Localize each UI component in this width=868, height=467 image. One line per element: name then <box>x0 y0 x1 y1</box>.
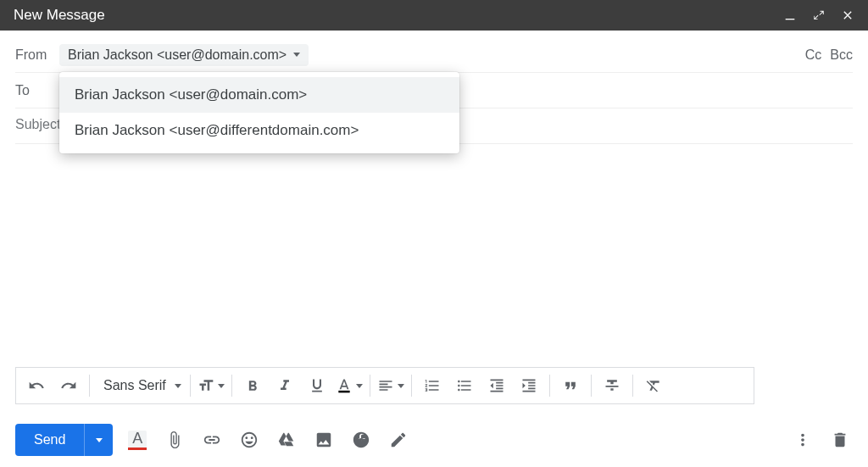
chevron-down-icon <box>356 384 363 388</box>
indent-less-button[interactable] <box>481 368 512 403</box>
send-button[interactable]: Send <box>15 424 84 456</box>
toolbar-separator <box>549 375 550 396</box>
font-size-button[interactable] <box>196 368 226 403</box>
window-titlebar: New Message <box>0 0 868 31</box>
lock-clock-icon <box>352 431 370 449</box>
strikethrough-button[interactable] <box>597 368 627 403</box>
from-selector[interactable]: Brian Jackson <user@domain.com> <box>59 44 309 66</box>
send-button-group: Send <box>15 424 113 456</box>
close-button[interactable] <box>841 8 854 22</box>
toolbar-separator <box>632 375 633 396</box>
toolbar-separator <box>231 375 232 396</box>
to-label: To <box>15 83 59 98</box>
compose-bottombar: Send A <box>0 413 868 467</box>
window-title: New Message <box>14 7 105 24</box>
more-options-button[interactable] <box>790 427 815 453</box>
insert-photo-button[interactable] <box>311 427 337 453</box>
underline-icon <box>309 377 326 394</box>
font-family-label: Sans Serif <box>98 378 171 393</box>
font-family-selector[interactable]: Sans Serif <box>95 368 185 403</box>
align-left-icon <box>377 377 394 394</box>
insert-link-button[interactable] <box>199 427 225 453</box>
link-icon <box>203 431 221 449</box>
paperclip-icon <box>165 431 184 449</box>
confidential-mode-button[interactable] <box>348 427 374 453</box>
italic-button[interactable] <box>270 368 300 403</box>
formatting-options-button[interactable]: A <box>125 427 150 453</box>
underline-button[interactable] <box>302 368 332 403</box>
indent-more-icon <box>520 377 537 394</box>
redo-button[interactable] <box>53 368 84 403</box>
pen-icon <box>389 431 408 449</box>
minimize-button[interactable] <box>783 8 797 22</box>
insert-signature-button[interactable] <box>386 427 411 453</box>
clear-formatting-icon <box>645 377 662 394</box>
from-row: From Brian Jackson <user@domain.com> Cc … <box>15 37 853 73</box>
text-color-icon <box>336 377 353 394</box>
from-option[interactable]: Brian Jackson <user@differentdomain.com> <box>59 113 459 148</box>
toolbar-separator <box>89 375 90 396</box>
toolbar-separator <box>370 375 370 396</box>
toolbar-separator <box>591 375 592 396</box>
from-label: From <box>15 47 59 63</box>
font-size-icon <box>198 377 214 394</box>
align-button[interactable] <box>376 368 406 403</box>
clear-formatting-button[interactable] <box>638 368 669 403</box>
numbered-list-button[interactable] <box>417 368 448 403</box>
chevron-down-icon <box>293 53 300 57</box>
format-toolbar: Sans Serif <box>15 367 754 404</box>
popout-button[interactable] <box>812 8 826 22</box>
minimize-icon <box>783 8 797 22</box>
chevron-down-icon <box>96 438 103 442</box>
bulleted-list-button[interactable] <box>449 368 480 403</box>
bold-icon <box>244 377 261 394</box>
chevron-down-icon <box>175 384 181 388</box>
discard-draft-button[interactable] <box>827 427 853 453</box>
drive-icon <box>277 431 296 449</box>
formatting-icon: A <box>128 431 147 450</box>
svg-rect-1 <box>338 391 349 393</box>
chevron-down-icon <box>398 384 404 388</box>
undo-button[interactable] <box>21 368 52 403</box>
redo-icon <box>60 377 77 394</box>
close-icon <box>841 8 854 22</box>
strikethrough-icon <box>604 377 620 394</box>
from-dropdown: Brian Jackson <user@domain.com> Brian Ja… <box>59 72 459 153</box>
indent-less-icon <box>488 377 505 394</box>
trash-icon <box>831 431 849 449</box>
more-vert-icon <box>793 431 812 449</box>
bold-button[interactable] <box>237 368 268 403</box>
quote-icon <box>562 377 579 394</box>
numbered-list-icon <box>424 377 441 394</box>
popout-icon <box>812 8 826 22</box>
chevron-down-icon <box>218 384 225 388</box>
bulleted-list-icon <box>456 377 473 394</box>
image-icon <box>314 431 333 449</box>
insert-emoji-button[interactable] <box>236 427 262 453</box>
cc-button[interactable]: Cc <box>805 47 822 63</box>
toolbar-separator <box>411 375 412 396</box>
quote-button[interactable] <box>555 368 586 403</box>
send-more-button[interactable] <box>84 424 113 456</box>
from-option[interactable]: Brian Jackson <user@domain.com> <box>59 77 459 113</box>
toolbar-separator <box>190 375 191 396</box>
indent-more-button[interactable] <box>514 368 544 403</box>
undo-icon <box>28 377 45 394</box>
window-actions <box>783 8 854 22</box>
emoji-icon <box>240 431 259 449</box>
attach-file-button[interactable] <box>162 427 187 453</box>
from-value: Brian Jackson <user@domain.com> <box>68 47 287 63</box>
svg-rect-0 <box>786 19 795 19</box>
insert-drive-button[interactable] <box>274 427 299 453</box>
italic-icon <box>276 377 293 394</box>
bcc-button[interactable]: Bcc <box>830 47 853 63</box>
text-color-button[interactable] <box>334 368 364 403</box>
